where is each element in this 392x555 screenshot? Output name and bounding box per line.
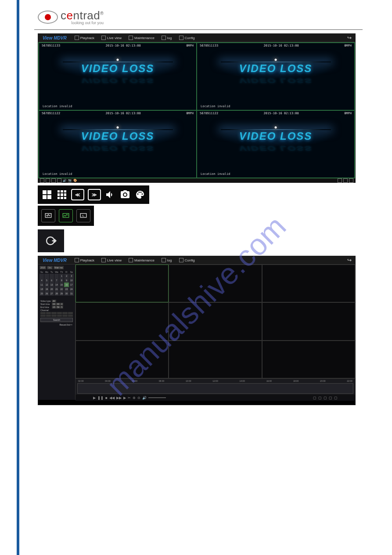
zoom-logout-button[interactable]	[38, 229, 64, 252]
end-time-input[interactable]: 23 : 59 : 5	[52, 306, 63, 308]
mini-right3-icon[interactable]	[349, 178, 353, 183]
cut-button[interactable]: ✂	[128, 396, 131, 400]
grid4-button[interactable]	[41, 189, 53, 200]
calendar-day[interactable]: 10	[69, 278, 74, 283]
fastforward-button[interactable]: ▶▶	[116, 396, 122, 400]
playback-cell[interactable]	[169, 341, 262, 378]
video-type-select[interactable]: All	[52, 300, 56, 302]
calendar-day[interactable]: 13	[50, 283, 54, 287]
fullscreen-button[interactable]: ▢	[334, 396, 338, 400]
calendar-day[interactable]: 21	[54, 287, 59, 291]
calendar-day[interactable]: 29	[59, 291, 64, 296]
chart-mode-button[interactable]	[59, 209, 73, 222]
mini-next-icon[interactable]	[57, 178, 61, 183]
layout1-button[interactable]: ▢	[313, 396, 316, 400]
logout-button[interactable]: ↪	[344, 35, 355, 41]
mini-palette-icon[interactable]: 🎨	[73, 179, 77, 182]
year-select[interactable]: 2015	[40, 266, 46, 269]
volume-slider[interactable]	[148, 397, 166, 398]
layout2-button[interactable]: ▢	[318, 396, 322, 400]
calendar-day[interactable]: 31	[69, 291, 74, 296]
start-time-input[interactable]: 00 : 00 : 0	[52, 303, 63, 305]
mini-right1-icon[interactable]	[338, 178, 342, 183]
calendar-day[interactable]: 19	[44, 287, 49, 291]
video-cell[interactable]: 56789111222015-10-16 02:13:080MPHVIDEO L…	[39, 110, 197, 178]
playback-cell[interactable]	[262, 341, 355, 378]
calendar-day[interactable]: 24	[69, 287, 74, 291]
calendar-day[interactable]: 28	[54, 291, 59, 296]
mini-right2-icon[interactable]	[343, 178, 348, 183]
playback-cell[interactable]	[76, 341, 169, 378]
tab-log-2[interactable]: log	[158, 256, 176, 264]
layout4-button[interactable]: ▢	[329, 396, 332, 400]
record-list-button[interactable]: Record list>>	[40, 323, 73, 326]
grid9-button[interactable]	[56, 189, 68, 200]
video-cell[interactable]: 56789111222015-10-16 02:13:080MPHVIDEO L…	[197, 110, 355, 178]
calendar-day[interactable]: 6	[50, 278, 54, 283]
calendar-day[interactable]: 16	[64, 283, 68, 287]
zoom-out-button[interactable]: ⊖	[137, 396, 140, 400]
timeline-track[interactable]	[77, 383, 353, 394]
calendar-day[interactable]: 9	[64, 278, 68, 283]
calendar-day[interactable]: 26	[44, 291, 49, 296]
prev-page-button[interactable]: ≪	[71, 189, 84, 200]
playback-cell[interactable]	[169, 302, 262, 340]
tab-playback-2[interactable]: Playback	[71, 256, 98, 264]
tab-maintenance[interactable]: Maintenance	[125, 34, 158, 42]
mini-prev-icon[interactable]	[51, 178, 56, 183]
color-button[interactable]	[134, 189, 146, 200]
snapshot-button[interactable]	[119, 189, 131, 200]
timeline[interactable]: 02:0004:0006:0008:0010:0012:0014:0016:00…	[76, 378, 355, 400]
calendar-day[interactable]: 17	[69, 283, 74, 287]
pause-button[interactable]: ❚❚	[97, 396, 104, 400]
calendar-day[interactable]: 20	[50, 287, 54, 291]
zoom-in-button[interactable]: ⊕	[133, 396, 136, 400]
mini-grid9-icon[interactable]	[46, 178, 50, 183]
tab-config-2[interactable]: Config	[176, 256, 198, 264]
playback-cell[interactable]	[76, 302, 169, 340]
mini-grid4-icon[interactable]	[40, 178, 44, 183]
volume-button[interactable]: 🔊	[142, 396, 147, 400]
layout3-button[interactable]: ▢	[324, 396, 327, 400]
channel-grid[interactable]	[40, 312, 73, 317]
display-mode-button[interactable]	[41, 209, 55, 222]
playback-cell[interactable]	[169, 265, 262, 302]
calendar-day[interactable]: 22	[59, 287, 64, 291]
calendar-day[interactable]: 18	[40, 287, 44, 291]
calendar-day[interactable]: 2	[64, 274, 68, 278]
video-cell[interactable]: 56789111332015-10-16 02:13:080MPHVIDEO L…	[39, 43, 197, 110]
tab-liveview[interactable]: Live view	[98, 34, 125, 42]
source-select[interactable]: Main rec	[54, 266, 64, 269]
month-select[interactable]: Oct.	[47, 266, 53, 269]
calendar-day[interactable]: 11	[40, 283, 44, 287]
search-button[interactable]: Search	[40, 318, 73, 322]
playback-cell[interactable]	[262, 265, 355, 302]
tab-playback[interactable]: Playback	[71, 34, 98, 42]
mini-speaker-icon[interactable]: 🔊	[63, 179, 67, 182]
next-page-button[interactable]: ≫	[88, 189, 101, 200]
tab-config[interactable]: Config	[176, 34, 198, 42]
calendar-day[interactable]: 3	[69, 274, 74, 278]
calendar-day[interactable]: 8	[59, 278, 64, 283]
tab-liveview-2[interactable]: Live view	[98, 256, 125, 264]
calendar-day[interactable]: 12	[44, 283, 49, 287]
calendar-day[interactable]: 4	[40, 278, 44, 283]
calendar-day[interactable]: 27	[50, 291, 54, 296]
rewind-button[interactable]: ◀◀	[109, 396, 115, 400]
video-cell[interactable]: 56789111332015-10-16 02:13:080MPHVIDEO L…	[197, 43, 355, 110]
stop-button[interactable]: ■	[105, 396, 108, 400]
calendar-day[interactable]: 5	[44, 278, 49, 283]
calendar-day[interactable]: 14	[54, 283, 59, 287]
playback-cell[interactable]	[76, 265, 169, 302]
calendar-day[interactable]: 25	[40, 291, 44, 296]
tab-maintenance-2[interactable]: Maintenance	[125, 256, 158, 264]
tab-log[interactable]: log	[158, 34, 176, 42]
play-button[interactable]: ▶	[93, 396, 96, 400]
audio-button[interactable]	[104, 189, 116, 200]
calendar-day[interactable]: 7	[54, 278, 59, 283]
mini-camera-icon[interactable]: 📷	[68, 179, 72, 182]
step-button[interactable]: ▶	[123, 396, 126, 400]
calendar-day[interactable]: 15	[59, 283, 64, 287]
calendar-day[interactable]: 30	[64, 291, 68, 296]
logout-button-2[interactable]: ↪	[344, 257, 355, 263]
